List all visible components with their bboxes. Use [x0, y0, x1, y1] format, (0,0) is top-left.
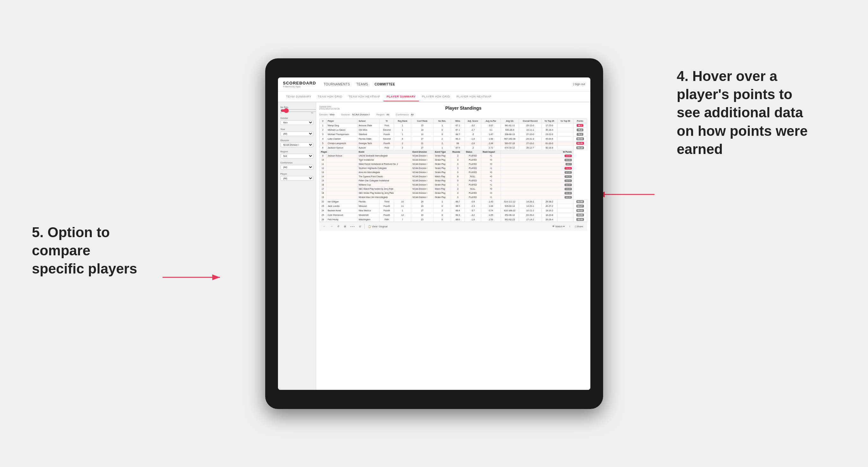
- event-cell-wpoints[interactable]: 37.57: [501, 170, 574, 175]
- event-row[interactable]: 11 Wake Forest Invitational at Pinehurst…: [319, 162, 587, 166]
- table-row[interactable]: 26 Petr Hruby Washington Fifth 7 23 0 68…: [319, 217, 587, 222]
- event-cell-wpoints[interactable]: 46.7: [501, 162, 574, 166]
- toolbar-watch[interactable]: 👁 Watch ▾: [551, 224, 566, 228]
- cell-points[interactable]: 60.58: [573, 199, 587, 204]
- table-row[interactable]: 23 Jack Lundin Missouri Fourth 11 24 0 6…: [319, 204, 587, 208]
- table-row[interactable]: 4 Luke Clanton Florida State Second 5 27…: [319, 136, 587, 141]
- sidebar-player-select[interactable]: (All): [280, 176, 313, 181]
- cell-conf-rank: 24: [411, 213, 434, 217]
- cell-avg-par: 1.43: [481, 199, 501, 204]
- cell-points[interactable]: 70.2: [573, 132, 587, 136]
- event-row[interactable]: 13 Amer An Intercollegiate NCAA Division…: [319, 170, 587, 175]
- cell-no-rds: 1: [434, 199, 451, 204]
- sidebar-division-label: Division: [280, 139, 313, 142]
- tab-player-h2h-heatmap[interactable]: PLAYER H2H HEATMAP: [453, 92, 495, 101]
- cell-points[interactable]: 79.2: [573, 127, 587, 132]
- cell-rank: 3: [319, 132, 326, 136]
- sign-out-link[interactable]: | Sign out: [573, 83, 585, 86]
- table-row[interactable]: 1 Wenyi Ding Arizona State First 1 15 1 …: [319, 123, 587, 127]
- tab-player-h2h-grid[interactable]: PLAYER H2H GRID: [419, 92, 453, 101]
- event-cell-wpoints[interactable]: 56.18: [501, 191, 574, 195]
- cell-points[interactable]: 58.18: [573, 145, 587, 150]
- tab-team-h2h-heatmap[interactable]: TEAM H2H HEATMAP: [345, 92, 383, 101]
- event-row[interactable]: 9 Jackson Koivun UNCW Seahawk Intercolle…: [319, 154, 587, 158]
- cell-conf-rank: 23: [411, 217, 434, 222]
- toolbar-more[interactable]: • • •: [349, 224, 356, 228]
- tab-player-summary[interactable]: PLAYER SUMMARY: [383, 92, 419, 101]
- event-cell-division: NCAA Division I: [411, 162, 434, 166]
- tablet-shell: SCOREBOARD Powered by clippi TOURNAMENTS…: [265, 58, 603, 409]
- nav-right: | Sign out: [573, 83, 585, 86]
- event-cell-player: [326, 183, 357, 187]
- event-cell-wpoints[interactable]: 24.11: [501, 175, 574, 179]
- cell-adj-score: -2: [464, 132, 481, 136]
- event-cell-type: Stroke Play: [434, 195, 451, 199]
- cell-conf-rank: 24: [411, 199, 434, 204]
- event-cell-wpoints[interactable]: 73.23: [501, 166, 574, 170]
- toolbar-refresh[interactable]: ↺: [336, 224, 341, 228]
- event-cell-wpoints[interactable]: 66.40: [501, 195, 574, 199]
- toolbar-forward[interactable]: →: [329, 224, 334, 228]
- event-row[interactable]: 12 Southern Highlands Collegiate NCAA Di…: [319, 166, 587, 170]
- cell-points[interactable]: 68.94: [573, 136, 587, 141]
- event-cell-wpoints[interactable]: 16.50: [501, 179, 574, 183]
- cell-school: Auburn: [357, 145, 380, 150]
- event-row[interactable]: 10 Tiger Invitational NCAA Division I St…: [319, 158, 587, 162]
- event-cell-wpoints[interactable]: 30.47: [501, 183, 574, 187]
- sidebar-division-select[interactable]: NCAA Division I: [280, 143, 313, 147]
- cell-points[interactable]: 39.95: [573, 213, 587, 217]
- event-cell-rounds: 3: [451, 191, 464, 195]
- event-row[interactable]: 19 Mirabel Maui Jim Intercollegiate NCAA…: [319, 195, 587, 199]
- sidebar-conference-select[interactable]: (All): [280, 165, 313, 169]
- table-row[interactable]: 2 Michael La Sasso Ole Miss Second 1 18 …: [319, 127, 587, 132]
- event-row[interactable]: 17 SEC Match Play hosted by Jerry Pate N…: [319, 187, 587, 191]
- event-cell-num: 10: [319, 158, 326, 162]
- sidebar-player-label: Player: [280, 173, 313, 175]
- event-row[interactable]: 14 The Cypress Point Classic NCAA Divisi…: [319, 175, 587, 179]
- nav-committee[interactable]: COMMITTEE: [375, 81, 395, 87]
- cell-player: Luke Clanton: [326, 136, 357, 141]
- toolbar-export[interactable]: ↑: [568, 224, 571, 228]
- cell-points[interactable]: 60.49: [573, 141, 587, 145]
- filter-gender: Gender: Men: [319, 113, 335, 116]
- cell-points[interactable]: 60.02: [573, 208, 587, 213]
- event-row[interactable]: 18 SEC Stroke Play hosted by Jerry Pate …: [319, 191, 587, 195]
- table-row[interactable]: 22 Ian Gilligan Florida Third 10 24 1 68…: [319, 199, 587, 204]
- cell-points[interactable]: 60.27: [573, 204, 587, 208]
- toolbar-share[interactable]: ⟨ Share: [574, 224, 585, 228]
- sidebar-year-select[interactable]: (All): [280, 131, 313, 136]
- sidebar-gender-label: Gender: [280, 117, 313, 119]
- sidebar-region-select[interactable]: N/A: [280, 154, 313, 158]
- nav-tournaments[interactable]: TOURNAMENTS: [323, 81, 350, 87]
- toolbar-view[interactable]: 📋 View: Original: [367, 224, 389, 228]
- table-row[interactable]: 5 Christo Lamprecht Georgia Tech Fourth …: [319, 141, 587, 145]
- cell-avg-sg: 509-62-14: [501, 204, 519, 208]
- toolbar-grid[interactable]: ⊞: [343, 224, 347, 228]
- table-row[interactable]: 6 Jackson Koivun Auburn First 2 27 1 87.…: [319, 145, 587, 150]
- cell-avg-sg: 533-57-16: [501, 141, 519, 145]
- cell-no-rds: 1: [434, 145, 451, 150]
- cell-conf-rank: 27: [411, 145, 434, 150]
- tab-team-h2h-grid[interactable]: TEAM H2H GRID: [315, 92, 345, 101]
- table-row[interactable]: 25 Cole Sherwood Vanderbilt Fourth 12 24…: [319, 213, 587, 217]
- cell-points[interactable]: 88.2: [573, 123, 587, 127]
- table-row[interactable]: 24 Bastien Amat New Mexico Fourth 1 27 2…: [319, 208, 587, 213]
- cell-vs50: [557, 208, 573, 213]
- tab-team-summary[interactable]: TEAM SUMMARY: [283, 92, 315, 101]
- cell-points[interactable]: 38.49: [573, 217, 587, 222]
- sidebar-no-rds-slider[interactable]: [280, 110, 316, 112]
- event-cell-wpoints[interactable]: 53.60: [501, 158, 574, 162]
- event-row[interactable]: 16 Williams Cup NCAA Division I Stroke P…: [319, 183, 587, 187]
- event-row[interactable]: 15 Fallen Oak Collegiate Invitational NC…: [319, 179, 587, 183]
- event-cell-wpoints[interactable]: 25.90: [501, 187, 574, 191]
- sidebar-gender-select[interactable]: Men Women: [280, 120, 313, 125]
- toolbar-back[interactable]: ←: [322, 224, 327, 228]
- table-row[interactable]: 3 Michael Thorbjornsen Stanford Fourth 1…: [319, 132, 587, 136]
- event-th-rounds: Rounds: [451, 150, 464, 154]
- toolbar-settings[interactable]: ⊙: [358, 224, 363, 228]
- event-cell-wpoints[interactable]: 33.64: [501, 154, 574, 158]
- nav-teams[interactable]: TEAMS: [356, 81, 368, 87]
- cell-wins: 69.4: [451, 208, 464, 213]
- cell-wins: 68: [451, 141, 464, 145]
- cell-reg-rank: 7: [394, 217, 411, 222]
